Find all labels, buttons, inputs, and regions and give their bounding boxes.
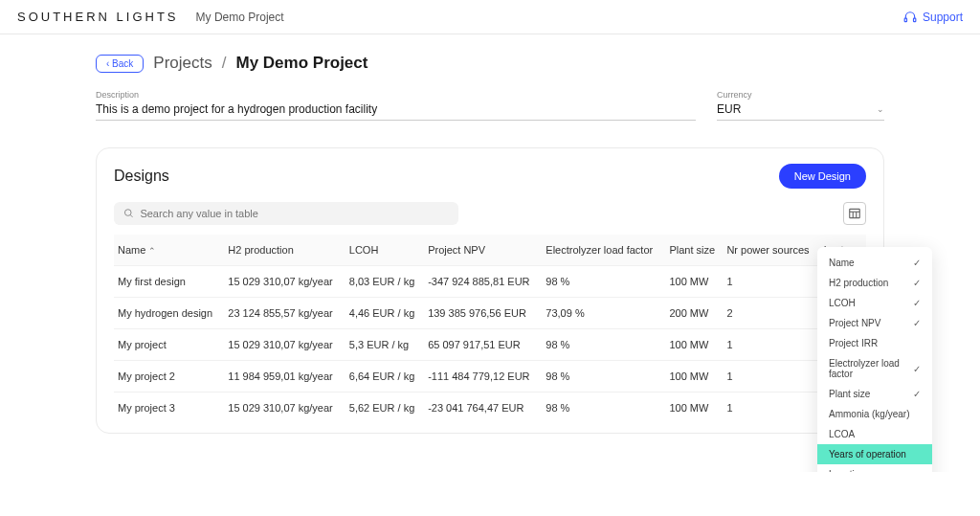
column-option-label: Ammonia (kg/year) [829, 409, 909, 419]
back-button[interactable]: ‹ Back [96, 55, 144, 73]
support-label: Support [923, 11, 963, 24]
topbar-project-title: My Demo Project [196, 11, 284, 24]
crumb-separator: / [222, 54, 227, 73]
column-option[interactable]: Electrolyzer load factor✓ [817, 353, 932, 384]
table-toolbar [114, 202, 866, 225]
column-option-label: Years of operation [829, 449, 906, 460]
column-option-label: LCOA [829, 429, 855, 439]
currency-label: Currency [717, 90, 884, 100]
currency-value: EUR [717, 102, 741, 116]
topbar: SOUTHERN LIGHTS My Demo Project Support [0, 0, 980, 34]
cell-h2: 15 029 310,07 kg/year [224, 393, 345, 424]
svg-point-2 [124, 210, 131, 216]
table-row[interactable]: My first design15 029 310,07 kg/year8,03… [114, 266, 866, 298]
cell-elf: 98 % [542, 266, 665, 298]
headset-icon [903, 11, 917, 24]
cell-plant: 200 MW [665, 298, 723, 329]
column-option[interactable]: Years of operation [817, 444, 932, 464]
svg-rect-1 [913, 18, 915, 22]
col-nrps[interactable]: Nr power sources [723, 235, 819, 266]
search-field[interactable] [114, 202, 458, 225]
cell-nrps: 2 [723, 298, 819, 329]
column-option-label: LCOH [829, 298, 856, 308]
columns-icon [848, 207, 861, 220]
designs-table: Name H2 production LCOH Project NPV Elec… [114, 235, 866, 423]
table-row[interactable]: My hydrogen design23 124 855,57 kg/year4… [114, 298, 866, 329]
column-picker-dropdown: Name✓H2 production✓LCOH✓Project NPV✓Proj… [817, 247, 932, 472]
search-icon [123, 208, 134, 219]
cell-plant: 100 MW [665, 266, 723, 298]
card-header: Designs New Design [114, 164, 866, 189]
cell-elf: 73,09 % [542, 298, 665, 329]
breadcrumb: ‹ Back Projects / My Demo Project [96, 54, 884, 73]
check-icon: ✓ [913, 298, 921, 308]
description-value[interactable]: This is a demo project for a hydrogen pr… [96, 102, 696, 121]
crumb-current: My Demo Project [236, 54, 368, 73]
designs-title: Designs [114, 168, 169, 185]
new-design-button[interactable]: New Design [779, 164, 866, 189]
check-icon: ✓ [913, 364, 921, 374]
column-option-label: Plant size [829, 389, 870, 399]
check-icon: ✓ [913, 389, 921, 399]
svg-rect-0 [904, 18, 906, 22]
crumb-projects[interactable]: Projects [153, 54, 212, 73]
column-option[interactable]: Project NPV✓ [817, 313, 932, 333]
check-icon: ✓ [913, 278, 921, 288]
column-option[interactable]: Ammonia (kg/year) [817, 404, 932, 424]
column-option[interactable]: Plant size✓ [817, 384, 932, 404]
cell-npv: -23 041 764,47 EUR [424, 393, 542, 424]
column-option-label: H2 production [829, 278, 888, 288]
column-option[interactable]: Location [817, 464, 932, 472]
cell-nrps: 1 [723, 361, 819, 393]
designs-card: Designs New Design Name H2 production LC… [96, 147, 884, 434]
column-option[interactable]: LCOA [817, 424, 932, 444]
cell-nrps: 1 [723, 329, 819, 361]
col-npv[interactable]: Project NPV [424, 235, 542, 266]
table-row[interactable]: My project 315 029 310,07 kg/year5,62 EU… [114, 393, 866, 424]
col-plant[interactable]: Plant size [665, 235, 723, 266]
cell-plant: 100 MW [665, 329, 723, 361]
column-option-label: Project NPV [829, 318, 880, 328]
cell-npv: 139 385 976,56 EUR [424, 298, 542, 329]
cell-nrps: 1 [723, 266, 819, 298]
cell-name: My project 2 [114, 361, 224, 393]
column-option[interactable]: LCOH✓ [817, 293, 932, 313]
cell-lcoh: 6,64 EUR / kg [345, 361, 424, 393]
meta-row: Description This is a demo project for a… [96, 90, 884, 121]
cell-npv: -111 484 779,12 EUR [424, 361, 542, 393]
cell-elf: 98 % [542, 329, 665, 361]
cell-npv: -347 924 885,81 EUR [424, 266, 542, 298]
table-header-row: Name H2 production LCOH Project NPV Elec… [114, 235, 866, 266]
cell-name: My project 3 [114, 393, 224, 424]
check-icon: ✓ [913, 318, 921, 328]
column-option[interactable]: H2 production✓ [817, 273, 932, 293]
table-row[interactable]: My project 211 984 959,01 kg/year6,64 EU… [114, 361, 866, 393]
logo: SOUTHERN LIGHTS [17, 10, 179, 24]
content-area: ‹ Back Projects / My Demo Project Descri… [0, 34, 980, 472]
cell-h2: 11 984 959,01 kg/year [224, 361, 345, 393]
cell-lcoh: 5,3 EUR / kg [345, 329, 424, 361]
cell-npv: 65 097 917,51 EUR [424, 329, 542, 361]
search-input[interactable] [140, 208, 449, 219]
cell-plant: 100 MW [665, 393, 723, 424]
cell-nrps: 1 [723, 393, 819, 424]
cell-lcoh: 4,46 EUR / kg [345, 298, 424, 329]
col-elf[interactable]: Electrolyzer load factor [542, 235, 665, 266]
column-option-label: Name [829, 258, 855, 268]
column-option[interactable]: Project IRR [817, 333, 932, 353]
description-label: Description [96, 90, 696, 100]
column-option[interactable]: Name✓ [817, 253, 932, 273]
cell-lcoh: 8,03 EUR / kg [345, 266, 424, 298]
cell-elf: 98 % [542, 361, 665, 393]
col-h2[interactable]: H2 production [224, 235, 345, 266]
table-row[interactable]: My project15 029 310,07 kg/year5,3 EUR /… [114, 329, 866, 361]
col-lcoh[interactable]: LCOH [345, 235, 424, 266]
column-option-label: Location [829, 469, 865, 472]
col-name[interactable]: Name [114, 235, 224, 266]
support-link[interactable]: Support [903, 11, 963, 24]
cell-h2: 15 029 310,07 kg/year [224, 266, 345, 298]
columns-button[interactable] [843, 202, 866, 225]
currency-select[interactable]: EUR ⌄ [717, 102, 884, 121]
cell-plant: 100 MW [665, 361, 723, 393]
check-icon: ✓ [913, 258, 921, 268]
